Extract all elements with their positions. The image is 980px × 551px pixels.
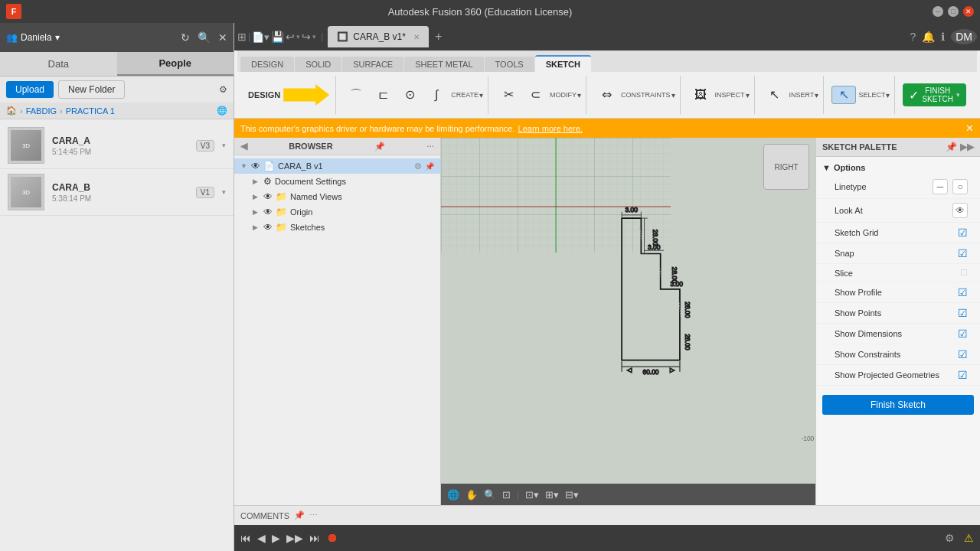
show-dimensions-checkbox[interactable]: ☑ (958, 328, 968, 340)
palette-section-options[interactable]: ▼ Options (816, 160, 980, 175)
select-dropdown[interactable]: SELECT ▾ (858, 91, 890, 99)
constraints-dropdown[interactable]: CONSTRAINTS ▾ (621, 91, 675, 99)
list-item[interactable]: 3D CARA_B 5:38:14 PM V1 ▾ (0, 169, 234, 216)
create-tool-4[interactable]: ∫ (424, 86, 449, 103)
tree-expand-arrow[interactable]: ▼ (240, 162, 248, 170)
tree-item-doc-settings[interactable]: ▶ ⚙ Document Settings (234, 174, 440, 189)
create-tool-3[interactable]: ⊙ (397, 86, 422, 103)
perf-learn-more-link[interactable]: Learn more here. (518, 124, 583, 133)
grid-display-icon[interactable]: ⊟▾ (565, 489, 579, 500)
upload-button[interactable]: Upload (6, 81, 54, 98)
tree-item-named-views[interactable]: ▶ 👁 📁 Named Views (234, 189, 440, 204)
zoom-icon[interactable]: 🔍 (484, 489, 496, 500)
help-icon[interactable]: ? (910, 31, 916, 43)
constraints-tool-1[interactable]: ⇔ (594, 86, 619, 103)
user-avatar[interactable]: DM (951, 29, 977, 44)
breadcrumb-practica[interactable]: PRACTICA 1 (66, 106, 115, 116)
show-projected-checkbox[interactable]: ☑ (958, 369, 968, 381)
comments-more-icon[interactable]: ⋯ (309, 510, 318, 520)
snap-checkbox[interactable]: ☑ (958, 247, 968, 259)
refresh-icon[interactable]: ↻ (181, 31, 190, 44)
tab-data[interactable]: Data (0, 52, 117, 76)
grid-view-icon[interactable]: ⊞ (237, 31, 247, 43)
sketch-grid-checkbox[interactable]: ☑ (958, 227, 968, 239)
breadcrumb-fabdig[interactable]: FABDIG (26, 106, 57, 116)
palette-pin-icon[interactable]: 📌 (946, 142, 957, 152)
browser-pin-icon[interactable]: 📌 (374, 142, 385, 152)
palette-row-show-points[interactable]: Show Points ☑ (816, 303, 980, 324)
palette-row-show-projected[interactable]: Show Projected Geometries ☑ (816, 365, 980, 386)
timeline-prev-icon[interactable]: ◀ (257, 532, 266, 544)
search-icon[interactable]: 🔍 (198, 31, 211, 44)
redo-dropdown-icon[interactable]: ▾ (312, 33, 316, 41)
toolbar-tab-surface[interactable]: SURFACE (342, 57, 403, 72)
undo-dropdown-icon[interactable]: ▾ (296, 33, 300, 41)
tree-expand-arrow[interactable]: ▶ (253, 208, 260, 216)
timeline-end-icon[interactable]: ⏭ (309, 532, 320, 544)
save-icon[interactable]: 💾 (271, 31, 284, 43)
version-dropdown-icon[interactable]: ▾ (222, 142, 226, 149)
user-area[interactable]: 👥 Daniela ▾ (6, 32, 60, 43)
linetype-btn2[interactable]: ○ (952, 179, 968, 194)
settings-icon[interactable]: ⚙ (219, 84, 227, 95)
view-dropdown-icon[interactable]: ⊡▾ (525, 489, 539, 500)
display-icon[interactable]: ⊞▾ (545, 489, 559, 500)
info-circle-icon[interactable]: ℹ (941, 31, 945, 43)
linetype-btn1[interactable]: ─ (933, 179, 948, 194)
palette-row-snap[interactable]: Snap ☑ (816, 243, 980, 264)
tab-people[interactable]: People (117, 52, 234, 76)
tree-item-origin[interactable]: ▶ 👁 📁 Origin (234, 204, 440, 220)
canvas-area[interactable]: 3.00 28.00 3.00 28.00 3.00 (441, 138, 815, 505)
timeline-record-icon[interactable]: ⏺ (326, 531, 338, 545)
palette-expand-icon[interactable]: ▶▶ (960, 142, 974, 152)
palette-row-show-constraints[interactable]: Show Constraints ☑ (816, 344, 980, 365)
tree-item-cara-b[interactable]: ▼ 👁 📄 CARA_B v1 ⚙ 📌 (234, 158, 440, 174)
tree-expand-arrow[interactable]: ▶ (253, 223, 260, 231)
timeline-play-icon[interactable]: ▶ (272, 532, 280, 544)
palette-row-show-dimensions[interactable]: Show Dimensions ☑ (816, 324, 980, 344)
browser-collapse-icon[interactable]: ◀ (240, 141, 247, 152)
insert-dropdown[interactable]: INSERT ▾ (789, 91, 819, 99)
tab-cara-b[interactable]: 🔲 CARA_B v1* ✕ (328, 26, 429, 47)
orbit-icon[interactable]: 🌐 (447, 489, 459, 500)
look-at-btn[interactable]: 👁 (952, 203, 968, 218)
toolbar-tab-solid[interactable]: SOLID (295, 57, 341, 72)
browser-options-icon[interactable]: ⋯ (426, 142, 434, 151)
inspect-dropdown[interactable]: INSPECT ▾ (715, 91, 750, 99)
palette-row-show-profile[interactable]: Show Profile ☑ (816, 282, 980, 303)
zoom-extent-icon[interactable]: ⊡ (502, 489, 511, 500)
modify-tool-1[interactable]: ✂ (496, 86, 521, 103)
toolbar-tab-sketch[interactable]: SKETCH (535, 55, 591, 72)
globe-icon[interactable]: 🌐 (217, 106, 227, 116)
notification-icon[interactable]: 🔔 (922, 31, 935, 43)
palette-row-sketch-grid[interactable]: Sketch Grid ☑ (816, 223, 980, 243)
redo-icon[interactable]: ↪ (302, 31, 311, 43)
create-dropdown[interactable]: CREATE ▾ (451, 91, 483, 99)
file-version[interactable]: V3 (196, 140, 214, 152)
pan-icon[interactable]: ✋ (466, 489, 478, 500)
comments-pin-icon[interactable]: 📌 (294, 510, 305, 520)
create-tool-2[interactable]: ⊏ (371, 86, 395, 103)
toolbar-tab-sheetmetal[interactable]: SHEET METAL (404, 57, 483, 72)
user-dropdown-icon[interactable]: ▾ (55, 32, 60, 43)
insert-tool-1[interactable]: ↖ (763, 86, 787, 103)
timeline-settings-icon[interactable]: ⚙ (945, 532, 955, 544)
new-folder-button[interactable]: New Folder (58, 80, 125, 99)
modify-tool-2[interactable]: ⊂ (523, 86, 547, 103)
tree-settings-icon[interactable]: ⚙ (414, 161, 422, 171)
tree-expand-arrow[interactable]: ▶ (253, 178, 260, 185)
version-dropdown-icon[interactable]: ▾ (222, 188, 226, 196)
tab-close-icon[interactable]: ✕ (413, 33, 420, 41)
tree-expand-arrow[interactable]: ▶ (253, 193, 260, 201)
toolbar-tab-design[interactable]: DESIGN (240, 57, 294, 72)
add-tab-icon[interactable]: + (435, 30, 442, 44)
finish-sketch-toolbar-btn[interactable]: ✓ FINISH SKETCH ▾ (903, 83, 966, 106)
show-constraints-checkbox[interactable]: ☑ (958, 348, 968, 360)
modify-dropdown[interactable]: MODIFY ▾ (550, 91, 581, 99)
toolbar-tab-tools[interactable]: TOOLS (485, 57, 534, 72)
timeline-next-icon[interactable]: ▶▶ (286, 532, 303, 544)
timeline-start-icon[interactable]: ⏮ (240, 532, 251, 544)
inspect-tool-1[interactable]: 🖼 (688, 86, 713, 103)
breadcrumb-home[interactable]: 🏠 (6, 106, 17, 116)
view-cube[interactable]: RIGHT (763, 144, 809, 190)
